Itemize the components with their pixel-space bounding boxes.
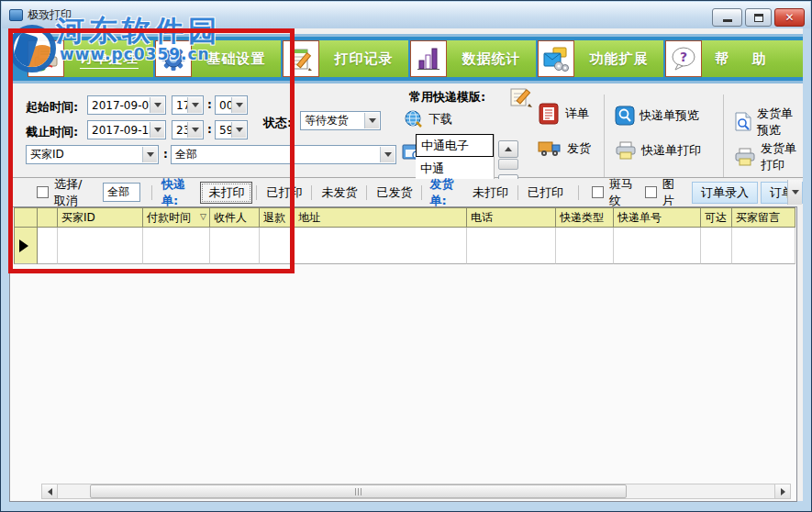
gear-icon bbox=[155, 40, 192, 77]
chevron-down-icon[interactable] bbox=[150, 122, 164, 138]
divider bbox=[311, 185, 312, 200]
help-icon: ? bbox=[665, 40, 702, 77]
download-button[interactable]: 下载 bbox=[404, 109, 452, 129]
end-minute-combo[interactable]: 59 bbox=[215, 120, 248, 139]
order-entry-button[interactable]: 订单录入 bbox=[692, 182, 758, 204]
express-option-printed[interactable]: 已打印 bbox=[261, 183, 307, 203]
bar-chart-icon bbox=[410, 40, 447, 77]
scroll-up-icon[interactable] bbox=[498, 140, 518, 158]
printer-icon bbox=[734, 147, 756, 167]
toolbar-button-order-processing[interactable]: 订单处理 bbox=[28, 40, 153, 77]
shipping-print-button[interactable]: 发货单打印 bbox=[734, 140, 803, 173]
header-buyer-id[interactable]: 买家ID bbox=[58, 207, 143, 228]
divider bbox=[578, 185, 579, 200]
scroll-right-icon[interactable] bbox=[774, 484, 790, 498]
time-colon: : bbox=[207, 98, 212, 111]
express-preview-button[interactable]: 快递单预览 bbox=[615, 106, 699, 126]
chevron-down-icon[interactable] bbox=[142, 147, 157, 162]
start-date-combo[interactable]: 2017-09-07 bbox=[87, 95, 166, 115]
row-selector-cell[interactable] bbox=[14, 228, 38, 264]
express-option-shipped[interactable]: 已发货 bbox=[371, 183, 417, 203]
end-date-combo[interactable]: 2017-09-13 bbox=[87, 120, 166, 139]
toolbar-button-extensions[interactable]: 功能扩展 bbox=[538, 40, 663, 77]
divider bbox=[421, 185, 422, 200]
toolbar-button-help[interactable]: ? 帮助 bbox=[665, 40, 803, 77]
header-express-type[interactable]: 快递类型 bbox=[556, 207, 614, 228]
buyer-colon: : bbox=[163, 148, 168, 161]
chevron-down-icon[interactable] bbox=[364, 113, 379, 128]
maximize-icon bbox=[754, 14, 763, 22]
chevron-down-icon[interactable] bbox=[231, 97, 246, 113]
divider bbox=[723, 95, 724, 177]
toolbar-label: 帮助 bbox=[702, 40, 803, 77]
select-toggle[interactable]: 选择/取消 bbox=[37, 176, 94, 209]
chevron-down-icon[interactable] bbox=[380, 147, 395, 162]
minimize-button[interactable] bbox=[712, 8, 742, 27]
zebra-checkbox[interactable] bbox=[592, 186, 604, 198]
start-hour-combo[interactable]: 17 bbox=[172, 95, 204, 115]
time-colon: : bbox=[207, 123, 212, 136]
ship-option-not-printed[interactable]: 未打印 bbox=[467, 183, 514, 203]
status-combo[interactable]: 等待发货 bbox=[300, 111, 381, 130]
toolbar-button-print-records[interactable]: 打印记录 bbox=[283, 40, 408, 77]
chevron-down-icon[interactable] bbox=[150, 97, 164, 113]
divider bbox=[151, 185, 152, 200]
ship-option-printed[interactable]: 已打印 bbox=[522, 183, 569, 203]
header-reachable[interactable]: 可达 bbox=[701, 207, 732, 228]
end-time-label: 截止时间: bbox=[26, 124, 78, 140]
buyer-field-combo[interactable]: 买家ID bbox=[26, 145, 159, 164]
client-area: 订单处理 基础设置 bbox=[9, 28, 803, 501]
horizontal-scrollbar[interactable] bbox=[41, 484, 791, 499]
chevron-down-icon[interactable] bbox=[231, 122, 246, 138]
start-minute-combo[interactable]: 00 bbox=[215, 95, 248, 115]
ship-group-label: 发货单: bbox=[429, 176, 463, 209]
close-button[interactable]: ✕ bbox=[774, 8, 805, 27]
edit-template-icon[interactable] bbox=[509, 85, 533, 109]
template-item-selected[interactable]: 中通电子 bbox=[416, 134, 494, 157]
truck-icon bbox=[537, 139, 562, 159]
header-row-selector[interactable] bbox=[14, 207, 38, 228]
header-buyer-message[interactable]: 买家留言 bbox=[732, 207, 795, 228]
image-toggle[interactable]: 图片 bbox=[645, 176, 679, 209]
express-group-label: 快递单: bbox=[161, 176, 195, 209]
chevron-down-icon[interactable] bbox=[187, 122, 202, 138]
toolbar-button-data-statistics[interactable]: 数据统计 bbox=[410, 40, 536, 77]
buyer-value-combo[interactable]: 全部 bbox=[171, 145, 396, 164]
detail-button[interactable]: 详单 bbox=[537, 102, 589, 126]
scroll-left-icon[interactable] bbox=[42, 484, 58, 498]
header-recipient[interactable]: 收件人 bbox=[210, 207, 260, 228]
express-option-not-shipped[interactable]: 未发货 bbox=[316, 183, 362, 203]
ship-button[interactable]: 发货 bbox=[537, 139, 591, 159]
header-address[interactable]: 地址 bbox=[295, 207, 467, 228]
toolbar-button-basic-settings[interactable]: 基础设置 bbox=[155, 40, 281, 77]
scope-combo[interactable]: 全部 bbox=[103, 183, 140, 202]
select-toggle-checkbox[interactable] bbox=[37, 186, 49, 198]
header-phone[interactable]: 电话 bbox=[467, 207, 556, 228]
scrollbar-thumb[interactable] bbox=[90, 484, 627, 498]
divider bbox=[604, 95, 605, 177]
table-row[interactable] bbox=[14, 228, 795, 264]
app-icon bbox=[9, 9, 23, 21]
magnifier-blue-icon bbox=[615, 106, 635, 126]
zebra-toggle[interactable]: 斑马纹 bbox=[592, 176, 636, 209]
minimize-icon bbox=[723, 19, 732, 22]
filter-panel: 起始时间: 2017-09-07 17 : 00 截止时间: 2017-09-1… bbox=[9, 83, 803, 178]
header-tracking-no[interactable]: 快递单号 bbox=[614, 207, 701, 228]
filter-bar-2: 选择/取消 全部 快递单: 未打印 已打印 未发货 已发货 发货单: 未打印 已… bbox=[9, 179, 803, 206]
maximize-button[interactable] bbox=[745, 8, 772, 27]
scroll-thumb[interactable] bbox=[498, 159, 518, 170]
chevron-down-icon[interactable] bbox=[787, 180, 802, 205]
svg-text:?: ? bbox=[680, 50, 687, 64]
chevron-down-icon[interactable] bbox=[187, 97, 202, 113]
shipping-preview-button[interactable]: 发货单预览 bbox=[734, 106, 803, 139]
header-refund[interactable]: 退款 bbox=[260, 207, 295, 228]
header-blank[interactable] bbox=[38, 207, 58, 228]
express-print-button[interactable]: 快递单打印 bbox=[615, 140, 701, 161]
end-hour-combo[interactable]: 23 bbox=[172, 120, 204, 139]
image-checkbox[interactable] bbox=[645, 186, 657, 198]
toolbar-label: 订单处理 bbox=[64, 40, 153, 77]
current-row-icon bbox=[19, 239, 28, 252]
app-window: 极致打印 ✕ 订单处理 bbox=[0, 0, 812, 512]
express-option-not-printed[interactable]: 未打印 bbox=[200, 182, 252, 204]
header-pay-time[interactable]: 付款时间▽ bbox=[143, 207, 210, 228]
